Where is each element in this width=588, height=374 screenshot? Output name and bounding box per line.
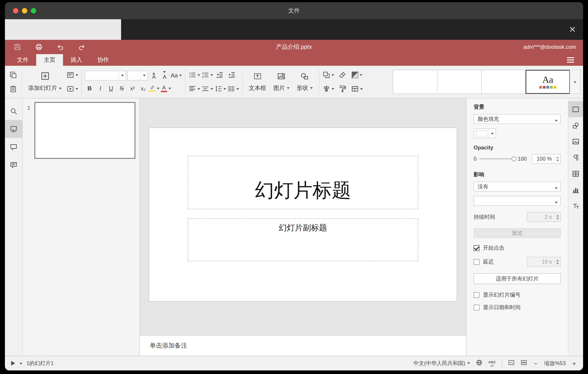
bullet-list-button[interactable] bbox=[189, 69, 200, 81]
tab-collaboration[interactable]: 协作 bbox=[90, 54, 117, 66]
slide-settings-icon[interactable] bbox=[568, 101, 583, 117]
font-color-button[interactable]: A bbox=[161, 83, 171, 94]
superscript-button[interactable]: x² bbox=[128, 83, 137, 94]
account-email[interactable]: adm***@dootask.com bbox=[524, 44, 576, 50]
insert-shape-button[interactable]: 形状 bbox=[294, 68, 316, 96]
slide-layout-button[interactable] bbox=[67, 69, 78, 81]
opacity-slider-thumb[interactable] bbox=[511, 156, 516, 161]
notes-area[interactable]: 单击添加备注 bbox=[140, 335, 466, 356]
duration-spinner[interactable]: 2 s bbox=[527, 212, 561, 222]
fill-color-button[interactable] bbox=[351, 69, 363, 81]
chart-settings-icon[interactable] bbox=[568, 182, 583, 198]
tab-home[interactable]: 主页 bbox=[36, 54, 63, 66]
horizontal-align-button[interactable] bbox=[189, 83, 200, 95]
opacity-slider[interactable] bbox=[479, 158, 515, 159]
underline-button[interactable]: U bbox=[106, 83, 116, 94]
undo-icon[interactable] bbox=[55, 41, 66, 53]
paste-button[interactable] bbox=[8, 83, 18, 95]
print-icon[interactable] bbox=[33, 41, 44, 53]
language-select[interactable]: 中文(中华人民共和国) bbox=[413, 360, 470, 367]
right-icon-strip bbox=[568, 99, 583, 356]
decrease-font-button[interactable]: A bbox=[160, 70, 169, 81]
numbered-list-button[interactable] bbox=[201, 69, 213, 81]
tab-file[interactable]: 文件 bbox=[9, 54, 36, 66]
insert-textbox-button[interactable]: 文本框 bbox=[246, 68, 269, 96]
theme-option-3[interactable] bbox=[481, 70, 526, 94]
slide-subtitle-placeholder[interactable]: 幻灯片副标题 bbox=[188, 219, 418, 262]
fit-slide-icon[interactable] bbox=[508, 359, 515, 367]
spinner-arrows-icon[interactable] bbox=[554, 154, 560, 163]
slide-canvas[interactable]: 幻灯片标题 幻灯片副标题 bbox=[140, 99, 466, 335]
slide-1[interactable]: 幻灯片标题 幻灯片副标题 bbox=[149, 128, 457, 301]
close-icon[interactable]: ✕ bbox=[569, 25, 576, 34]
vertical-align-button[interactable] bbox=[201, 83, 213, 95]
slide-thumbnail-1[interactable] bbox=[34, 102, 135, 159]
copy-button[interactable] bbox=[8, 69, 18, 81]
decrease-indent-button[interactable] bbox=[214, 69, 225, 81]
font-name-select[interactable] bbox=[85, 70, 126, 80]
search-icon[interactable] bbox=[5, 102, 22, 120]
align-shape-button[interactable] bbox=[323, 83, 334, 95]
columns-button[interactable] bbox=[227, 83, 239, 95]
strikethrough-button[interactable]: S bbox=[117, 83, 126, 94]
chat-icon[interactable] bbox=[5, 156, 22, 174]
preview-button[interactable]: 预览 bbox=[474, 228, 561, 238]
theme-gallery-expand-button[interactable] bbox=[570, 70, 580, 94]
close-window-button[interactable] bbox=[13, 8, 18, 13]
start-on-click-checkbox[interactable] bbox=[474, 245, 479, 251]
start-slideshow-button[interactable] bbox=[67, 83, 78, 95]
menu-icon[interactable] bbox=[563, 54, 579, 66]
line-spacing-button[interactable] bbox=[214, 83, 226, 95]
start-slideshow-status-button[interactable] bbox=[11, 357, 22, 369]
spinner-arrows-icon[interactable] bbox=[554, 212, 560, 221]
subscript-button[interactable]: x₂ bbox=[138, 83, 148, 94]
fit-width-icon[interactable] bbox=[521, 359, 527, 367]
slides-panel-icon[interactable] bbox=[5, 120, 22, 138]
show-date-time-checkbox[interactable] bbox=[474, 305, 479, 310]
delay-checkbox[interactable] bbox=[474, 259, 479, 265]
table-settings-icon[interactable] bbox=[568, 165, 583, 182]
comments-icon[interactable] bbox=[5, 138, 22, 156]
background-color-select[interactable] bbox=[474, 128, 496, 138]
change-layout-button[interactable] bbox=[351, 83, 363, 95]
tab-insert[interactable]: 插入 bbox=[63, 54, 90, 66]
textart-settings-icon[interactable] bbox=[568, 198, 583, 214]
opacity-spinner[interactable]: 100 % bbox=[532, 154, 561, 164]
slide-title-placeholder[interactable]: 幻灯片标题 bbox=[188, 156, 418, 209]
highlight-color-button[interactable] bbox=[149, 83, 159, 94]
spinner-arrows-icon[interactable] bbox=[554, 257, 560, 266]
minimize-window-button[interactable] bbox=[22, 8, 27, 13]
delay-spinner[interactable]: 10 s bbox=[527, 257, 561, 267]
effect-select[interactable]: 没有 bbox=[474, 182, 561, 191]
zoom-out-button[interactable]: − bbox=[533, 360, 538, 367]
add-slide-button[interactable]: 添加幻灯片 bbox=[25, 68, 65, 96]
image-settings-icon[interactable] bbox=[568, 133, 583, 149]
increase-indent-button[interactable] bbox=[227, 69, 237, 81]
theme-option-2[interactable] bbox=[437, 70, 482, 94]
font-size-select[interactable] bbox=[127, 70, 148, 80]
macos-titlebar: 文件 bbox=[5, 2, 583, 19]
slide-info: 1的幻灯片1 bbox=[26, 360, 54, 367]
change-case-button[interactable]: Aa bbox=[171, 70, 182, 81]
show-slide-number-checkbox[interactable] bbox=[474, 292, 479, 298]
spellcheck-icon[interactable]: ABC bbox=[489, 361, 496, 366]
clear-style-button[interactable] bbox=[337, 69, 348, 81]
theme-option-4-selected[interactable]: Aa bbox=[525, 70, 570, 94]
paragraph-settings-icon[interactable] bbox=[568, 149, 583, 165]
zoom-window-button[interactable] bbox=[31, 8, 36, 13]
shape-settings-icon[interactable] bbox=[568, 117, 583, 133]
arrange-shape-button[interactable] bbox=[323, 69, 334, 81]
increase-font-button[interactable]: A bbox=[149, 70, 159, 81]
globe-icon[interactable] bbox=[476, 359, 483, 367]
apply-to-all-slides-button[interactable]: 适用于所有幻灯片 bbox=[474, 273, 561, 284]
save-icon[interactable] bbox=[12, 41, 23, 53]
italic-button[interactable]: I bbox=[96, 83, 105, 94]
theme-option-1[interactable] bbox=[393, 70, 437, 94]
copy-style-button[interactable] bbox=[337, 83, 348, 95]
redo-icon[interactable] bbox=[76, 41, 87, 53]
effect-variant-select[interactable] bbox=[474, 196, 561, 206]
zoom-in-button[interactable]: + bbox=[571, 360, 577, 367]
insert-image-button[interactable]: 图片 bbox=[270, 68, 293, 96]
bold-button[interactable]: B bbox=[85, 83, 94, 94]
background-fill-select[interactable]: 颜色填充 bbox=[474, 114, 561, 124]
